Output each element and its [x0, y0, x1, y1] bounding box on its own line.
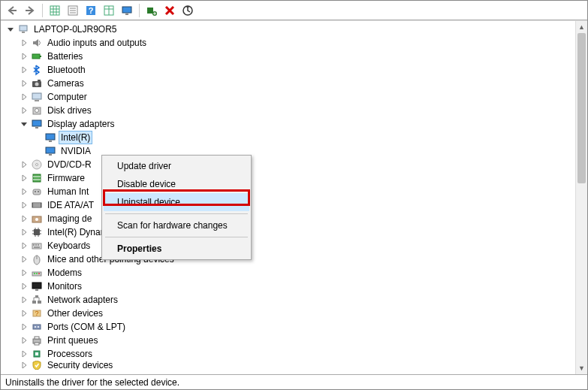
chevron-right-icon[interactable]: [19, 335, 29, 346]
chevron-down-icon[interactable]: [19, 119, 29, 129]
monitor-icon: [31, 280, 43, 292]
action-button[interactable]: [101, 2, 117, 19]
context-menu-item[interactable]: Update driver: [104, 157, 249, 175]
svg-rect-81: [35, 295, 38, 298]
svg-rect-32: [32, 120, 41, 126]
tree-node-label: NVIDIA: [59, 145, 92, 157]
tree-category[interactable]: Human Int: [1, 185, 575, 198]
tree-category[interactable]: Batteries: [1, 50, 575, 63]
back-button[interactable]: [4, 2, 20, 19]
device-tree-pane: LAPTOP-0LJR9OR5Audio inputs and outputsB…: [1, 20, 587, 374]
tree-node-label: Disk drives: [46, 104, 93, 116]
scan-button[interactable]: [119, 2, 135, 19]
svg-rect-28: [32, 93, 41, 99]
chevron-right-icon[interactable]: [19, 186, 29, 197]
svg-rect-89: [35, 343, 39, 345]
tree-category[interactable]: Intel(R) Dynamic Platform and Thermal Fr…: [1, 225, 575, 239]
tree-device[interactable]: Intel(R): [1, 131, 575, 144]
svg-rect-77: [38, 301, 41, 304]
scroll-up-arrow-icon[interactable]: ▲: [576, 21, 587, 33]
security-icon: [31, 361, 43, 370]
chevron-down-icon[interactable]: [5, 24, 16, 35]
add-legacy-button[interactable]: [143, 2, 160, 19]
tree-category[interactable]: Keyboards: [1, 239, 575, 252]
hid-icon: [31, 186, 43, 198]
tree-category[interactable]: Processors: [1, 347, 575, 361]
tree-category[interactable]: Firmware: [1, 171, 575, 185]
tree-category[interactable]: Monitors: [1, 280, 575, 293]
svg-point-44: [35, 191, 36, 192]
chevron-right-icon[interactable]: [19, 308, 29, 319]
tree-node-label: Display adapters: [46, 118, 116, 130]
chevron-right-icon[interactable]: [19, 159, 29, 170]
chevron-right-icon[interactable]: [19, 254, 29, 265]
chevron-right-icon[interactable]: [19, 200, 29, 210]
chevron-right-icon[interactable]: [19, 240, 29, 251]
chevron-right-icon[interactable]: [19, 65, 29, 75]
tree-category[interactable]: Modems: [1, 266, 575, 280]
properties-button[interactable]: [65, 2, 81, 19]
svg-rect-43: [33, 189, 41, 195]
chevron-right-icon[interactable]: [19, 281, 29, 292]
tree-category[interactable]: Audio inputs and outputs: [1, 36, 575, 50]
tree-category[interactable]: Security devices: [1, 361, 575, 370]
tree-node-label: Cameras: [46, 77, 86, 89]
device-tree[interactable]: LAPTOP-0LJR9OR5Audio inputs and outputsB…: [1, 21, 575, 374]
tree-category[interactable]: DVD/CD-R: [1, 158, 575, 171]
tree-root[interactable]: LAPTOP-0LJR9OR5: [1, 23, 575, 36]
tree-node-label: Bluetooth: [46, 64, 87, 76]
tree-category[interactable]: Mice and other pointing devices: [1, 252, 575, 266]
chevron-right-icon[interactable]: [19, 92, 29, 102]
scrollbar-thumb[interactable]: [577, 33, 586, 183]
show-hidden-button[interactable]: [47, 2, 63, 19]
speaker-icon: [31, 37, 43, 49]
tree-category[interactable]: Disk drives: [1, 104, 575, 117]
chevron-right-icon[interactable]: [19, 227, 29, 237]
tree-device[interactable]: NVIDIA: [1, 144, 575, 158]
svg-rect-54: [34, 229, 40, 235]
forward-arrow-icon: [24, 5, 36, 17]
chevron-right-icon[interactable]: [19, 349, 29, 359]
context-menu-item[interactable]: Uninstall device: [104, 193, 249, 211]
context-menu-item[interactable]: Disable device: [104, 175, 249, 193]
chevron-right-icon[interactable]: [19, 361, 29, 370]
tree-node-label: Monitors: [46, 280, 83, 292]
display-icon: [44, 132, 56, 144]
svg-rect-88: [35, 337, 39, 339]
svg-rect-75: [35, 289, 38, 291]
scroll-down-arrow-icon[interactable]: ▼: [576, 362, 587, 374]
chevron-right-icon[interactable]: [19, 213, 29, 224]
tree-category[interactable]: Imaging de: [1, 212, 575, 225]
tree-category[interactable]: Network adapters: [1, 293, 575, 307]
tree-category[interactable]: Computer: [1, 90, 575, 104]
chevron-right-icon[interactable]: [19, 295, 29, 305]
tree-category[interactable]: ?Other devices: [1, 307, 575, 320]
tree-node-label: Batteries: [46, 50, 84, 62]
tree-category[interactable]: Bluetooth: [1, 63, 575, 77]
chevron-right-icon[interactable]: [19, 268, 29, 278]
toolbar: ?: [1, 1, 587, 20]
chevron-right-icon[interactable]: [19, 51, 29, 62]
svg-point-45: [38, 191, 39, 192]
tree-node-label: Network adapters: [46, 294, 119, 306]
chevron-right-icon[interactable]: [19, 78, 29, 89]
chevron-right-icon[interactable]: [19, 38, 29, 48]
svg-point-31: [35, 109, 39, 113]
uninstall-button[interactable]: [161, 2, 178, 19]
tree-node-label: Processors: [46, 348, 94, 360]
context-menu-item[interactable]: Properties: [104, 240, 249, 258]
tree-category[interactable]: Display adapters: [1, 117, 575, 131]
forward-button[interactable]: [22, 2, 38, 19]
chevron-right-icon[interactable]: [19, 173, 29, 183]
tree-category[interactable]: Cameras: [1, 77, 575, 90]
update-driver-button[interactable]: [179, 2, 196, 19]
context-menu-item[interactable]: Scan for hardware changes: [104, 216, 249, 234]
vertical-scrollbar[interactable]: ▲ ▼: [575, 21, 587, 374]
tree-category[interactable]: Ports (COM & LPT): [1, 320, 575, 334]
chevron-right-icon[interactable]: [19, 322, 29, 332]
chevron-right-icon[interactable]: [19, 105, 29, 116]
svg-rect-37: [49, 154, 52, 156]
tree-category[interactable]: Print queues: [1, 334, 575, 347]
help-button[interactable]: ?: [83, 2, 99, 19]
tree-category[interactable]: IDE ATA/AT: [1, 198, 575, 212]
